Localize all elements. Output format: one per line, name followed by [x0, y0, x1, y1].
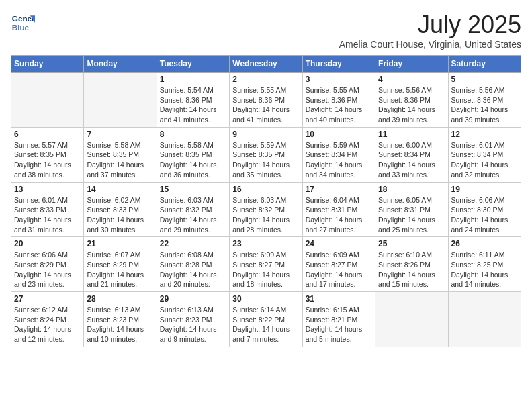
svg-text:General: General — [12, 14, 35, 23]
col-header-sunday: Sunday — [11, 56, 84, 73]
calendar-cell: 15Sunrise: 6:03 AM Sunset: 8:32 PM Dayli… — [157, 182, 229, 237]
week-row-3: 13Sunrise: 6:01 AM Sunset: 8:33 PM Dayli… — [11, 182, 521, 237]
header-row: SundayMondayTuesdayWednesdayThursdayFrid… — [11, 56, 521, 73]
calendar-cell: 10Sunrise: 5:59 AM Sunset: 8:34 PM Dayli… — [302, 127, 375, 182]
day-detail: Sunrise: 6:10 AM Sunset: 8:26 PM Dayligh… — [378, 250, 445, 289]
calendar-cell: 16Sunrise: 6:03 AM Sunset: 8:32 PM Dayli… — [230, 182, 302, 237]
calendar-table: SundayMondayTuesdayWednesdayThursdayFrid… — [11, 55, 521, 347]
day-number: 27 — [14, 294, 81, 304]
calendar-cell: 1Sunrise: 5:54 AM Sunset: 8:36 PM Daylig… — [157, 73, 229, 128]
day-number: 5 — [451, 75, 518, 84]
calendar-cell: 11Sunrise: 6:00 AM Sunset: 8:34 PM Dayli… — [375, 127, 448, 182]
calendar-cell: 14Sunrise: 6:02 AM Sunset: 8:33 PM Dayli… — [84, 182, 157, 237]
calendar-cell: 17Sunrise: 6:04 AM Sunset: 8:31 PM Dayli… — [302, 182, 375, 237]
day-detail: Sunrise: 5:55 AM Sunset: 8:36 PM Dayligh… — [306, 85, 372, 125]
calendar-cell: 18Sunrise: 6:05 AM Sunset: 8:31 PM Dayli… — [375, 182, 448, 237]
day-number: 3 — [306, 75, 372, 84]
day-number: 8 — [160, 130, 226, 139]
calendar-cell — [11, 73, 84, 128]
day-number: 24 — [306, 239, 372, 248]
day-number: 11 — [378, 130, 445, 139]
day-detail: Sunrise: 6:03 AM Sunset: 8:32 PM Dayligh… — [160, 195, 226, 235]
day-number: 7 — [87, 130, 153, 139]
col-header-thursday: Thursday — [302, 56, 375, 73]
calendar-cell: 26Sunrise: 6:11 AM Sunset: 8:25 PM Dayli… — [448, 237, 521, 292]
col-header-saturday: Saturday — [448, 56, 521, 73]
day-number: 15 — [160, 185, 226, 194]
calendar-cell — [84, 73, 157, 128]
day-detail: Sunrise: 6:08 AM Sunset: 8:28 PM Dayligh… — [160, 250, 226, 289]
title-block: July 2025 Amelia Court House, Virginia, … — [339, 11, 521, 50]
day-number: 21 — [87, 239, 153, 248]
calendar-cell: 21Sunrise: 6:07 AM Sunset: 8:29 PM Dayli… — [84, 237, 157, 292]
day-detail: Sunrise: 6:12 AM Sunset: 8:24 PM Dayligh… — [14, 305, 81, 345]
day-detail: Sunrise: 5:59 AM Sunset: 8:34 PM Dayligh… — [306, 140, 372, 180]
day-number: 2 — [232, 75, 299, 84]
day-detail: Sunrise: 6:06 AM Sunset: 8:29 PM Dayligh… — [14, 250, 81, 289]
day-detail: Sunrise: 6:00 AM Sunset: 8:34 PM Dayligh… — [378, 140, 445, 180]
day-detail: Sunrise: 6:14 AM Sunset: 8:22 PM Dayligh… — [232, 305, 299, 345]
calendar-cell: 30Sunrise: 6:14 AM Sunset: 8:22 PM Dayli… — [230, 292, 302, 347]
week-row-1: 1Sunrise: 5:54 AM Sunset: 8:36 PM Daylig… — [11, 73, 521, 128]
col-header-friday: Friday — [375, 56, 448, 73]
day-detail: Sunrise: 6:01 AM Sunset: 8:34 PM Dayligh… — [451, 140, 518, 180]
calendar-cell: 22Sunrise: 6:08 AM Sunset: 8:28 PM Dayli… — [157, 237, 229, 292]
day-detail: Sunrise: 5:59 AM Sunset: 8:35 PM Dayligh… — [232, 140, 299, 180]
day-number: 10 — [306, 130, 372, 139]
day-number: 22 — [160, 239, 226, 248]
day-detail: Sunrise: 6:09 AM Sunset: 8:27 PM Dayligh… — [232, 250, 299, 289]
day-detail: Sunrise: 5:56 AM Sunset: 8:36 PM Dayligh… — [451, 85, 518, 125]
calendar-cell: 8Sunrise: 5:58 AM Sunset: 8:35 PM Daylig… — [157, 127, 229, 182]
calendar-cell: 31Sunrise: 6:15 AM Sunset: 8:21 PM Dayli… — [302, 292, 375, 347]
calendar-cell: 7Sunrise: 5:58 AM Sunset: 8:35 PM Daylig… — [84, 127, 157, 182]
calendar-cell: 12Sunrise: 6:01 AM Sunset: 8:34 PM Dayli… — [448, 127, 521, 182]
calendar-cell — [448, 292, 521, 347]
svg-text:Blue: Blue — [12, 23, 30, 32]
day-number: 29 — [160, 294, 226, 304]
day-detail: Sunrise: 6:06 AM Sunset: 8:30 PM Dayligh… — [451, 195, 518, 235]
day-detail: Sunrise: 6:11 AM Sunset: 8:25 PM Dayligh… — [451, 250, 518, 289]
page-header: General Blue July 2025 Amelia Court Hous… — [11, 11, 521, 50]
day-detail: Sunrise: 5:58 AM Sunset: 8:35 PM Dayligh… — [160, 140, 226, 180]
logo-icon: General Blue — [11, 11, 35, 35]
day-number: 16 — [232, 185, 299, 194]
logo: General Blue — [11, 11, 35, 35]
day-detail: Sunrise: 6:05 AM Sunset: 8:31 PM Dayligh… — [378, 195, 445, 235]
day-number: 6 — [14, 130, 81, 139]
day-number: 18 — [378, 185, 445, 194]
col-header-monday: Monday — [84, 56, 157, 73]
day-detail: Sunrise: 6:13 AM Sunset: 8:23 PM Dayligh… — [87, 305, 153, 345]
day-detail: Sunrise: 6:04 AM Sunset: 8:31 PM Dayligh… — [306, 195, 372, 235]
day-number: 28 — [87, 294, 153, 304]
calendar-cell: 19Sunrise: 6:06 AM Sunset: 8:30 PM Dayli… — [448, 182, 521, 237]
calendar-cell: 23Sunrise: 6:09 AM Sunset: 8:27 PM Dayli… — [230, 237, 302, 292]
day-detail: Sunrise: 5:55 AM Sunset: 8:36 PM Dayligh… — [232, 85, 299, 125]
calendar-cell: 29Sunrise: 6:13 AM Sunset: 8:23 PM Dayli… — [157, 292, 229, 347]
day-number: 12 — [451, 130, 518, 139]
day-detail: Sunrise: 6:02 AM Sunset: 8:33 PM Dayligh… — [87, 195, 153, 235]
day-detail: Sunrise: 5:57 AM Sunset: 8:35 PM Dayligh… — [14, 140, 81, 180]
day-detail: Sunrise: 5:54 AM Sunset: 8:36 PM Dayligh… — [160, 85, 226, 125]
week-row-2: 6Sunrise: 5:57 AM Sunset: 8:35 PM Daylig… — [11, 127, 521, 182]
day-number: 20 — [14, 239, 81, 248]
day-detail: Sunrise: 6:09 AM Sunset: 8:27 PM Dayligh… — [306, 250, 372, 289]
calendar-cell: 27Sunrise: 6:12 AM Sunset: 8:24 PM Dayli… — [11, 292, 84, 347]
day-detail: Sunrise: 5:58 AM Sunset: 8:35 PM Dayligh… — [87, 140, 153, 180]
day-number: 19 — [451, 185, 518, 194]
day-detail: Sunrise: 5:56 AM Sunset: 8:36 PM Dayligh… — [378, 85, 445, 125]
day-number: 13 — [14, 185, 81, 194]
calendar-cell: 9Sunrise: 5:59 AM Sunset: 8:35 PM Daylig… — [230, 127, 302, 182]
calendar-cell: 24Sunrise: 6:09 AM Sunset: 8:27 PM Dayli… — [302, 237, 375, 292]
day-number: 9 — [232, 130, 299, 139]
day-number: 23 — [232, 239, 299, 248]
day-number: 25 — [378, 239, 445, 248]
day-detail: Sunrise: 6:03 AM Sunset: 8:32 PM Dayligh… — [232, 195, 299, 235]
calendar-cell: 5Sunrise: 5:56 AM Sunset: 8:36 PM Daylig… — [448, 73, 521, 128]
location-title: Amelia Court House, Virginia, United Sta… — [339, 39, 521, 50]
calendar-cell: 4Sunrise: 5:56 AM Sunset: 8:36 PM Daylig… — [375, 73, 448, 128]
day-number: 31 — [306, 294, 372, 304]
calendar-cell — [375, 292, 448, 347]
day-number: 30 — [232, 294, 299, 304]
calendar-cell: 2Sunrise: 5:55 AM Sunset: 8:36 PM Daylig… — [230, 73, 302, 128]
day-number: 4 — [378, 75, 445, 84]
